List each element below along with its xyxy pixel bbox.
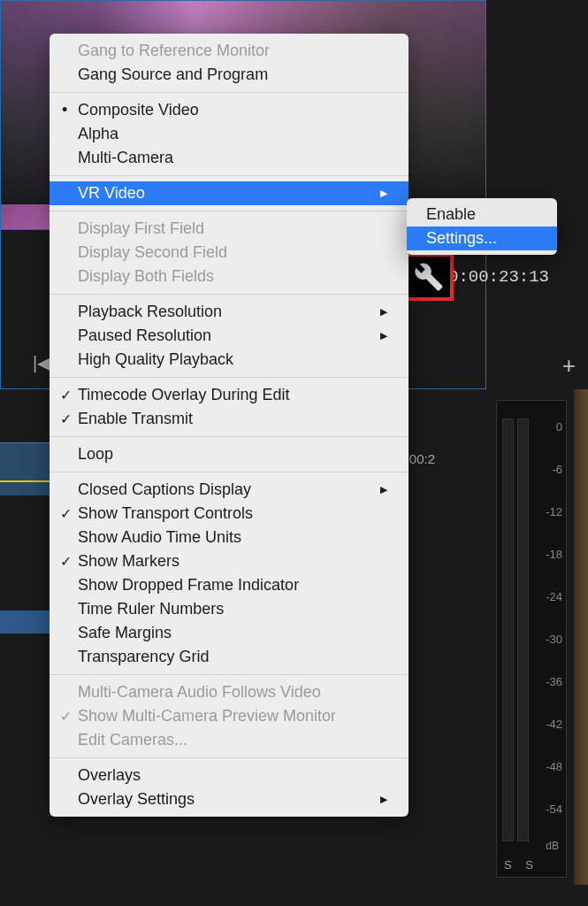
menu-paused-resolution-label: Paused Resolution xyxy=(78,326,211,345)
menu-overlay-settings[interactable]: Overlay Settings xyxy=(50,787,409,811)
menu-display-second-field[interactable]: Display Second Field xyxy=(50,241,409,265)
menu-separator xyxy=(50,294,409,295)
menu-transparency-grid[interactable]: Transparency Grid xyxy=(50,645,409,669)
menu-mc-preview-monitor[interactable]: Show Multi-Camera Preview Monitor xyxy=(50,704,409,728)
audio-bar-left xyxy=(502,418,514,841)
menu-multi-camera[interactable]: Multi-Camera xyxy=(50,146,409,170)
meter-db-label: dB xyxy=(546,840,559,852)
menu-show-dropped-frame[interactable]: Show Dropped Frame Indicator xyxy=(50,573,409,597)
menu-paused-resolution[interactable]: Paused Resolution xyxy=(50,324,409,348)
menu-vr-video-label: VR Video xyxy=(78,184,145,203)
meter-tick: -18 xyxy=(529,548,562,561)
meter-solo-labels: S S xyxy=(504,858,538,871)
menu-separator xyxy=(50,211,409,211)
vr-video-submenu: Enable Settings... xyxy=(407,198,557,255)
menu-gang-source[interactable]: Gang Source and Program xyxy=(50,63,409,87)
audio-meter-scale: 0 -6 -12 -18 -24 -30 -36 -42 -48 -54 xyxy=(527,401,566,877)
meter-tick: -48 xyxy=(529,760,562,773)
add-button-icon[interactable]: + xyxy=(562,352,576,380)
menu-edit-cameras[interactable]: Edit Cameras... xyxy=(50,728,409,752)
menu-overlay-settings-label: Overlay Settings xyxy=(78,790,195,809)
menu-closed-captions[interactable]: Closed Captions Display xyxy=(50,478,409,502)
menu-high-quality-playback[interactable]: High Quality Playback xyxy=(50,348,409,372)
meter-tick: -24 xyxy=(529,590,562,603)
submenu-enable[interactable]: Enable xyxy=(407,203,557,226)
settings-wrench-highlight[interactable] xyxy=(404,253,454,301)
audio-meter-bars xyxy=(502,418,529,841)
menu-separator xyxy=(50,92,409,93)
menu-separator xyxy=(50,377,409,378)
program-monitor-context-menu: Gang to Reference Monitor Gang Source an… xyxy=(50,34,409,817)
menu-show-audio-units[interactable]: Show Audio Time Units xyxy=(50,526,409,549)
submenu-settings[interactable]: Settings... xyxy=(407,226,557,250)
menu-playback-resolution[interactable]: Playback Resolution xyxy=(50,300,409,324)
menu-show-transport[interactable]: Show Transport Controls xyxy=(50,502,409,526)
menu-closed-captions-label: Closed Captions Display xyxy=(78,480,251,499)
meter-tick: -6 xyxy=(529,463,562,476)
menu-loop[interactable]: Loop xyxy=(50,442,409,466)
menu-time-ruler-numbers[interactable]: Time Ruler Numbers xyxy=(50,597,409,621)
timeline-header[interactable] xyxy=(0,442,53,495)
menu-enable-transmit[interactable]: Enable Transmit xyxy=(50,407,409,431)
menu-mc-audio-follows[interactable]: Multi-Camera Audio Follows Video xyxy=(50,680,409,704)
audio-meter: 0 -6 -12 -18 -24 -30 -36 -42 -48 -54 dB … xyxy=(496,400,567,878)
meter-tick: 0 xyxy=(529,420,562,434)
menu-display-both-fields[interactable]: Display Both Fields xyxy=(50,265,409,288)
menu-separator xyxy=(50,472,409,472)
wrench-icon xyxy=(414,262,444,292)
menu-composite-video[interactable]: Composite Video xyxy=(50,98,409,122)
menu-playback-resolution-label: Playback Resolution xyxy=(78,303,222,321)
timecode-display: 00:00:23:13 xyxy=(439,267,549,287)
panel-divider xyxy=(574,389,588,885)
menu-overlays[interactable]: Overlays xyxy=(50,764,409,787)
menu-alpha[interactable]: Alpha xyxy=(50,122,409,146)
meter-tick: -54 xyxy=(529,802,562,816)
meter-tick: -30 xyxy=(529,633,562,646)
timeline-clip[interactable] xyxy=(0,610,53,633)
meter-tick: -42 xyxy=(529,718,562,731)
menu-safe-margins[interactable]: Safe Margins xyxy=(50,621,409,645)
menu-timecode-overlay[interactable]: Timecode Overlay During Edit xyxy=(50,383,409,407)
menu-gang-reference[interactable]: Gang to Reference Monitor xyxy=(50,39,409,63)
meter-tick: -36 xyxy=(529,675,562,688)
menu-separator xyxy=(50,757,409,758)
meter-tick: -12 xyxy=(529,505,562,518)
menu-show-markers[interactable]: Show Markers xyxy=(50,549,409,573)
menu-separator xyxy=(50,674,409,675)
mark-in-icon[interactable]: |◀ xyxy=(33,352,50,373)
menu-separator xyxy=(50,436,409,437)
menu-separator xyxy=(50,175,409,176)
menu-vr-video[interactable]: VR Video xyxy=(50,181,409,205)
menu-display-first-field[interactable]: Display First Field xyxy=(50,217,409,241)
timeline-marker-line xyxy=(0,480,53,482)
